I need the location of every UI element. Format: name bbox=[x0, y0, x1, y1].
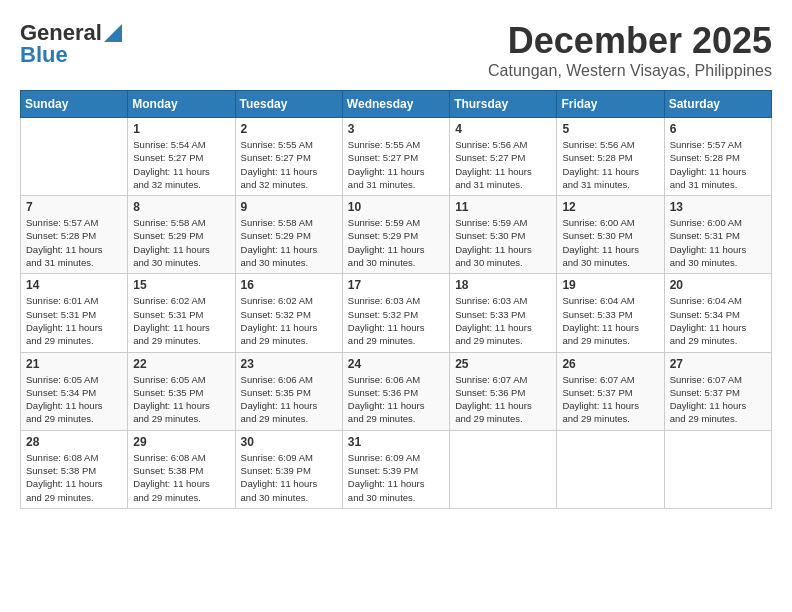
day-number: 8 bbox=[133, 200, 229, 214]
day-number: 30 bbox=[241, 435, 337, 449]
calendar-cell: 14Sunrise: 6:01 AM Sunset: 5:31 PM Dayli… bbox=[21, 274, 128, 352]
day-number: 1 bbox=[133, 122, 229, 136]
calendar-cell: 31Sunrise: 6:09 AM Sunset: 5:39 PM Dayli… bbox=[342, 430, 449, 508]
day-number: 21 bbox=[26, 357, 122, 371]
day-number: 18 bbox=[455, 278, 551, 292]
day-info: Sunrise: 6:00 AM Sunset: 5:31 PM Dayligh… bbox=[670, 216, 766, 269]
calendar-cell: 17Sunrise: 6:03 AM Sunset: 5:32 PM Dayli… bbox=[342, 274, 449, 352]
calendar-cell: 27Sunrise: 6:07 AM Sunset: 5:37 PM Dayli… bbox=[664, 352, 771, 430]
day-number: 3 bbox=[348, 122, 444, 136]
day-of-week-header: Saturday bbox=[664, 91, 771, 118]
calendar-cell: 25Sunrise: 6:07 AM Sunset: 5:36 PM Dayli… bbox=[450, 352, 557, 430]
day-number: 16 bbox=[241, 278, 337, 292]
logo-triangle-icon bbox=[104, 24, 122, 42]
day-info: Sunrise: 6:04 AM Sunset: 5:33 PM Dayligh… bbox=[562, 294, 658, 347]
calendar-cell: 20Sunrise: 6:04 AM Sunset: 5:34 PM Dayli… bbox=[664, 274, 771, 352]
day-info: Sunrise: 5:55 AM Sunset: 5:27 PM Dayligh… bbox=[241, 138, 337, 191]
calendar-cell: 16Sunrise: 6:02 AM Sunset: 5:32 PM Dayli… bbox=[235, 274, 342, 352]
calendar-cell: 24Sunrise: 6:06 AM Sunset: 5:36 PM Dayli… bbox=[342, 352, 449, 430]
calendar-week-row: 21Sunrise: 6:05 AM Sunset: 5:34 PM Dayli… bbox=[21, 352, 772, 430]
day-info: Sunrise: 6:08 AM Sunset: 5:38 PM Dayligh… bbox=[26, 451, 122, 504]
title-block: December 2025 Catungan, Western Visayas,… bbox=[488, 20, 772, 80]
calendar-cell: 11Sunrise: 5:59 AM Sunset: 5:30 PM Dayli… bbox=[450, 196, 557, 274]
calendar-cell: 8Sunrise: 5:58 AM Sunset: 5:29 PM Daylig… bbox=[128, 196, 235, 274]
day-number: 23 bbox=[241, 357, 337, 371]
day-info: Sunrise: 6:06 AM Sunset: 5:36 PM Dayligh… bbox=[348, 373, 444, 426]
calendar-cell: 30Sunrise: 6:09 AM Sunset: 5:39 PM Dayli… bbox=[235, 430, 342, 508]
calendar-cell: 6Sunrise: 5:57 AM Sunset: 5:28 PM Daylig… bbox=[664, 118, 771, 196]
day-info: Sunrise: 6:00 AM Sunset: 5:30 PM Dayligh… bbox=[562, 216, 658, 269]
day-number: 28 bbox=[26, 435, 122, 449]
day-info: Sunrise: 6:03 AM Sunset: 5:32 PM Dayligh… bbox=[348, 294, 444, 347]
day-info: Sunrise: 6:09 AM Sunset: 5:39 PM Dayligh… bbox=[241, 451, 337, 504]
day-number: 19 bbox=[562, 278, 658, 292]
day-number: 26 bbox=[562, 357, 658, 371]
day-info: Sunrise: 6:01 AM Sunset: 5:31 PM Dayligh… bbox=[26, 294, 122, 347]
day-info: Sunrise: 6:06 AM Sunset: 5:35 PM Dayligh… bbox=[241, 373, 337, 426]
calendar-cell: 12Sunrise: 6:00 AM Sunset: 5:30 PM Dayli… bbox=[557, 196, 664, 274]
calendar-cell: 9Sunrise: 5:58 AM Sunset: 5:29 PM Daylig… bbox=[235, 196, 342, 274]
day-info: Sunrise: 6:08 AM Sunset: 5:38 PM Dayligh… bbox=[133, 451, 229, 504]
calendar-week-row: 14Sunrise: 6:01 AM Sunset: 5:31 PM Dayli… bbox=[21, 274, 772, 352]
logo: General Blue bbox=[20, 20, 122, 68]
day-info: Sunrise: 5:58 AM Sunset: 5:29 PM Dayligh… bbox=[133, 216, 229, 269]
day-info: Sunrise: 5:59 AM Sunset: 5:29 PM Dayligh… bbox=[348, 216, 444, 269]
day-info: Sunrise: 5:56 AM Sunset: 5:28 PM Dayligh… bbox=[562, 138, 658, 191]
day-info: Sunrise: 6:07 AM Sunset: 5:36 PM Dayligh… bbox=[455, 373, 551, 426]
day-info: Sunrise: 5:54 AM Sunset: 5:27 PM Dayligh… bbox=[133, 138, 229, 191]
day-info: Sunrise: 5:59 AM Sunset: 5:30 PM Dayligh… bbox=[455, 216, 551, 269]
day-of-week-header: Sunday bbox=[21, 91, 128, 118]
day-info: Sunrise: 6:04 AM Sunset: 5:34 PM Dayligh… bbox=[670, 294, 766, 347]
day-info: Sunrise: 5:57 AM Sunset: 5:28 PM Dayligh… bbox=[670, 138, 766, 191]
calendar-cell: 28Sunrise: 6:08 AM Sunset: 5:38 PM Dayli… bbox=[21, 430, 128, 508]
calendar-cell: 29Sunrise: 6:08 AM Sunset: 5:38 PM Dayli… bbox=[128, 430, 235, 508]
calendar-table: SundayMondayTuesdayWednesdayThursdayFrid… bbox=[20, 90, 772, 509]
day-number: 10 bbox=[348, 200, 444, 214]
calendar-cell: 15Sunrise: 6:02 AM Sunset: 5:31 PM Dayli… bbox=[128, 274, 235, 352]
location-title: Catungan, Western Visayas, Philippines bbox=[488, 62, 772, 80]
calendar-cell: 26Sunrise: 6:07 AM Sunset: 5:37 PM Dayli… bbox=[557, 352, 664, 430]
day-number: 5 bbox=[562, 122, 658, 136]
day-number: 2 bbox=[241, 122, 337, 136]
day-number: 11 bbox=[455, 200, 551, 214]
day-number: 4 bbox=[455, 122, 551, 136]
day-of-week-header: Wednesday bbox=[342, 91, 449, 118]
day-number: 31 bbox=[348, 435, 444, 449]
day-number: 7 bbox=[26, 200, 122, 214]
day-number: 14 bbox=[26, 278, 122, 292]
calendar-cell: 4Sunrise: 5:56 AM Sunset: 5:27 PM Daylig… bbox=[450, 118, 557, 196]
calendar-cell: 22Sunrise: 6:05 AM Sunset: 5:35 PM Dayli… bbox=[128, 352, 235, 430]
day-info: Sunrise: 5:56 AM Sunset: 5:27 PM Dayligh… bbox=[455, 138, 551, 191]
day-of-week-header: Monday bbox=[128, 91, 235, 118]
day-info: Sunrise: 6:02 AM Sunset: 5:31 PM Dayligh… bbox=[133, 294, 229, 347]
day-of-week-header: Thursday bbox=[450, 91, 557, 118]
day-info: Sunrise: 6:09 AM Sunset: 5:39 PM Dayligh… bbox=[348, 451, 444, 504]
calendar-cell: 2Sunrise: 5:55 AM Sunset: 5:27 PM Daylig… bbox=[235, 118, 342, 196]
day-number: 15 bbox=[133, 278, 229, 292]
day-number: 22 bbox=[133, 357, 229, 371]
day-of-week-header: Friday bbox=[557, 91, 664, 118]
calendar-cell: 18Sunrise: 6:03 AM Sunset: 5:33 PM Dayli… bbox=[450, 274, 557, 352]
calendar-cell: 21Sunrise: 6:05 AM Sunset: 5:34 PM Dayli… bbox=[21, 352, 128, 430]
calendar-cell: 3Sunrise: 5:55 AM Sunset: 5:27 PM Daylig… bbox=[342, 118, 449, 196]
calendar-cell bbox=[664, 430, 771, 508]
day-number: 20 bbox=[670, 278, 766, 292]
day-info: Sunrise: 6:02 AM Sunset: 5:32 PM Dayligh… bbox=[241, 294, 337, 347]
day-number: 24 bbox=[348, 357, 444, 371]
day-info: Sunrise: 6:07 AM Sunset: 5:37 PM Dayligh… bbox=[562, 373, 658, 426]
calendar-cell: 7Sunrise: 5:57 AM Sunset: 5:28 PM Daylig… bbox=[21, 196, 128, 274]
month-title: December 2025 bbox=[488, 20, 772, 62]
day-info: Sunrise: 5:58 AM Sunset: 5:29 PM Dayligh… bbox=[241, 216, 337, 269]
day-info: Sunrise: 5:57 AM Sunset: 5:28 PM Dayligh… bbox=[26, 216, 122, 269]
calendar-cell: 23Sunrise: 6:06 AM Sunset: 5:35 PM Dayli… bbox=[235, 352, 342, 430]
day-number: 13 bbox=[670, 200, 766, 214]
day-number: 17 bbox=[348, 278, 444, 292]
calendar-week-row: 1Sunrise: 5:54 AM Sunset: 5:27 PM Daylig… bbox=[21, 118, 772, 196]
day-number: 27 bbox=[670, 357, 766, 371]
day-of-week-header: Tuesday bbox=[235, 91, 342, 118]
day-info: Sunrise: 6:07 AM Sunset: 5:37 PM Dayligh… bbox=[670, 373, 766, 426]
calendar-cell: 13Sunrise: 6:00 AM Sunset: 5:31 PM Dayli… bbox=[664, 196, 771, 274]
day-info: Sunrise: 6:05 AM Sunset: 5:34 PM Dayligh… bbox=[26, 373, 122, 426]
day-info: Sunrise: 6:05 AM Sunset: 5:35 PM Dayligh… bbox=[133, 373, 229, 426]
calendar-cell bbox=[450, 430, 557, 508]
